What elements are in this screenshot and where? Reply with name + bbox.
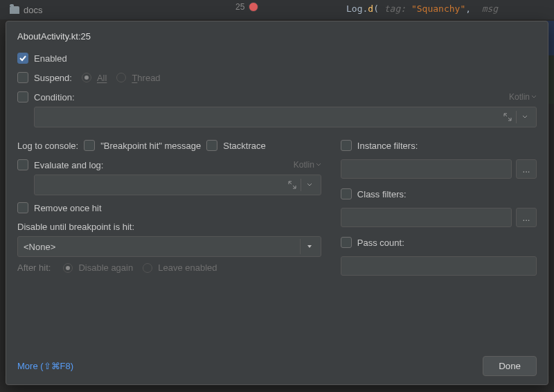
instance-filters-browse-button[interactable]: ... (516, 159, 537, 179)
folder-icon (10, 6, 19, 14)
log-label: Log to console: (17, 141, 78, 151)
class-filters-label: Class filters: (357, 189, 406, 199)
suspend-thread-radio[interactable] (116, 73, 126, 82)
bp-hit-checkbox[interactable] (84, 140, 95, 151)
pass-count-checkbox[interactable] (341, 237, 352, 248)
instance-filters-checkbox[interactable] (341, 140, 352, 151)
condition-input[interactable] (34, 107, 537, 127)
stacktrace-checkbox[interactable] (206, 140, 217, 151)
after-leave-label: Leave enabled (158, 262, 217, 273)
class-filters-input[interactable] (341, 208, 512, 227)
condition-checkbox[interactable] (17, 91, 28, 103)
enabled-checkbox[interactable] (17, 53, 28, 64)
pass-count-label: Pass count: (357, 238, 404, 248)
condition-label: Condition: (34, 92, 75, 103)
suspend-thread-label: Thread (132, 73, 160, 83)
remove-once-label: Remove once hit (34, 203, 102, 213)
disable-until-value: <None> (24, 242, 55, 252)
instance-filters-input[interactable] (341, 159, 512, 179)
remove-once-checkbox[interactable] (17, 202, 28, 213)
suspend-checkbox[interactable] (17, 72, 28, 83)
class-filters-checkbox[interactable] (341, 188, 352, 199)
breakpoint-icon[interactable] (249, 2, 258, 12)
class-filters-browse-button[interactable]: ... (516, 208, 537, 227)
chevron-down-icon (316, 162, 321, 168)
breakpoint-popup: AboutActivity.kt:25 Enabled Suspend: All… (6, 21, 548, 385)
bp-hit-label: "Breakpoint hit" message (100, 141, 201, 151)
after-leave-radio[interactable] (143, 263, 152, 273)
disable-until-select[interactable]: <None> (17, 236, 321, 257)
evaluate-checkbox[interactable] (17, 159, 28, 170)
enabled-label: Enabled (34, 53, 67, 64)
gutter: 25 (235, 2, 258, 12)
code-line: Log.d( tag: "Squanchy", msg (346, 3, 498, 14)
chevron-down-icon (300, 239, 315, 254)
pass-count-input[interactable] (341, 256, 537, 276)
instance-filters-label: Instance filters: (357, 141, 418, 151)
expand-icon[interactable] (501, 110, 515, 124)
after-disable-label: Disable again (78, 262, 133, 273)
project-folder[interactable]: docs (0, 5, 42, 15)
evaluate-label: Evaluate and log: (34, 160, 103, 170)
chevron-down-icon[interactable] (303, 178, 316, 192)
breakpoint-title: AboutActivity.kt:25 (17, 31, 537, 42)
expand-icon[interactable] (285, 178, 299, 192)
stacktrace-label: Stacktrace (223, 141, 265, 151)
chevron-down-icon[interactable] (518, 110, 532, 124)
disable-until-label: Disable until breakpoint is hit: (17, 222, 321, 232)
eval-language-tag[interactable]: Kotlin (294, 160, 321, 170)
folder-label: docs (24, 5, 42, 15)
after-hit-label: After hit: (17, 262, 51, 273)
suspend-all-label: All (97, 73, 107, 83)
suspend-label: Suspend: (34, 73, 72, 83)
line-number: 25 (235, 2, 244, 12)
more-link[interactable]: More (⇧⌘F8) (17, 361, 73, 371)
condition-language-tag[interactable]: Kotlin (509, 92, 537, 102)
evaluate-input[interactable] (34, 175, 321, 195)
after-disable-radio[interactable] (63, 263, 73, 273)
done-button[interactable]: Done (483, 356, 537, 376)
chevron-down-icon (531, 94, 537, 100)
suspend-all-radio[interactable] (82, 73, 91, 82)
editor-top-bar: docs 25 Log.d( tag: "Squanchy", msg (0, 0, 554, 19)
